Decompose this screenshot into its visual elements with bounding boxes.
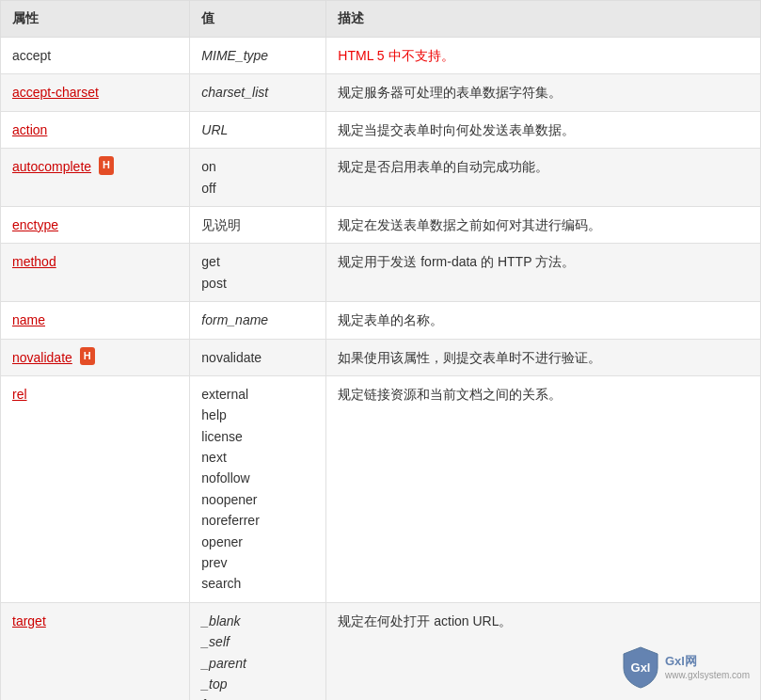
attributes-table: 属性 值 描述 acceptMIME_typeHTML 5 中不支持。accep… — [0, 0, 761, 700]
value-text: MIME_type — [201, 48, 268, 63]
col-header-attr: 属性 — [1, 1, 190, 38]
attr-cell: action — [1, 111, 190, 148]
value-cell: charset_list — [190, 74, 326, 111]
value-text: _blank — [201, 613, 240, 628]
table-row: acceptMIME_typeHTML 5 中不支持。 — [1, 38, 761, 74]
value-text: help — [201, 407, 226, 422]
col-header-desc: 描述 — [326, 1, 761, 38]
watermark-url: www.gxlsystem.com — [665, 670, 750, 680]
html5-badge: H — [80, 347, 95, 366]
value-text: off — [201, 181, 215, 196]
value-text: URL — [201, 122, 228, 137]
attr-cell: method — [1, 244, 190, 302]
attr-cell: accept — [1, 38, 190, 74]
value-text: get — [201, 254, 219, 269]
value-cell: form_name — [190, 302, 326, 339]
svg-text:Gxl: Gxl — [631, 660, 651, 675]
value-text: _top — [201, 676, 227, 692]
desc-cell: 如果使用该属性，则提交表单时不进行验证。 — [326, 339, 761, 375]
attr-cell: name — [1, 302, 190, 339]
value-cell: 见说明 — [190, 206, 326, 243]
table-header-row: 属性 值 描述 — [1, 1, 761, 38]
attr-link[interactable]: autocomplete — [12, 156, 91, 177]
table-row: relexternalhelplicensenextnofollownoopen… — [1, 375, 761, 602]
attr-link[interactable]: name — [12, 310, 45, 330]
attr-text: accept — [12, 45, 51, 66]
value-text: search — [201, 576, 241, 591]
desc-cell: 规定服务器可处理的表单数据字符集。 — [326, 74, 761, 111]
table-row: autocompleteHonoff规定是否启用表单的自动完成功能。 — [1, 149, 761, 207]
watermark-brand: Gxl网 — [665, 654, 750, 670]
value-text: external — [201, 387, 248, 402]
watermark-text-block: Gxl网 www.gxlsystem.com — [665, 654, 750, 680]
value-text: next — [201, 450, 226, 465]
value-text: charset_list — [201, 85, 268, 100]
attr-cell: accept-charset — [1, 74, 190, 111]
desc-cell: 规定在发送表单数据之前如何对其进行编码。 — [326, 206, 761, 243]
desc-cell: 规定表单的名称。 — [326, 302, 761, 339]
watermark-shield-icon: Gxl — [622, 645, 659, 689]
attr-link[interactable]: method — [12, 251, 56, 272]
table-row: nameform_name规定表单的名称。 — [1, 302, 761, 339]
value-text: prev — [201, 555, 227, 570]
attr-cell: rel — [1, 375, 190, 602]
value-text: _parent — [201, 656, 246, 671]
desc-cell: HTML 5 中不支持。 — [326, 38, 761, 74]
attr-link[interactable]: novalidate — [12, 347, 72, 368]
attr-link[interactable]: target — [12, 611, 46, 631]
desc-cell: 规定链接资源和当前文档之间的关系。 — [326, 375, 761, 602]
col-header-value: 值 — [190, 1, 326, 38]
value-cell: _blank_self_parent_topframename — [190, 602, 326, 700]
value-text: opener — [201, 534, 243, 549]
desc-cell: 规定是否启用表单的自动完成功能。 — [326, 149, 761, 207]
attr-cell: novalidateH — [1, 339, 190, 375]
value-text: noreferrer — [201, 513, 259, 528]
attr-cell: enctype — [1, 206, 190, 243]
attr-link[interactable]: rel — [12, 384, 27, 405]
value-text: noopener — [201, 492, 257, 507]
table-row: accept-charsetcharset_list规定服务器可处理的表单数据字… — [1, 74, 761, 111]
value-text: nofollow — [201, 470, 249, 485]
value-cell: onoff — [190, 149, 326, 207]
value-cell: URL — [190, 111, 326, 148]
table-row: novalidateHnovalidate如果使用该属性，则提交表单时不进行验证… — [1, 339, 761, 375]
desc-cell: 规定用于发送 form-data 的 HTTP 方法。 — [326, 244, 761, 302]
value-text: license — [201, 429, 243, 444]
table-row: methodgetpost规定用于发送 form-data 的 HTTP 方法。 — [1, 244, 761, 302]
attr-cell: target — [1, 602, 190, 700]
value-cell: getpost — [190, 244, 326, 302]
value-cell: externalhelplicensenextnofollownoopenern… — [190, 375, 326, 602]
value-cell: MIME_type — [190, 38, 326, 74]
value-text: 见说明 — [201, 217, 241, 232]
table-row: enctype见说明规定在发送表单数据之前如何对其进行编码。 — [1, 206, 761, 243]
attr-cell: autocompleteH — [1, 149, 190, 207]
value-text: novalidate — [201, 350, 262, 365]
value-text: _self — [201, 634, 230, 649]
desc-cell: 规定当提交表单时向何处发送表单数据。 — [326, 111, 761, 148]
watermark: Gxl Gxl网 www.gxlsystem.com — [622, 645, 750, 689]
table-row: actionURL规定当提交表单时向何处发送表单数据。 — [1, 111, 761, 148]
html5-badge: H — [99, 156, 114, 175]
value-cell: novalidate — [190, 339, 326, 375]
attr-link[interactable]: accept-charset — [12, 82, 99, 103]
value-text: post — [201, 276, 226, 291]
value-text: on — [201, 159, 216, 174]
attr-link[interactable]: action — [12, 119, 47, 140]
value-text: form_name — [201, 312, 268, 327]
attr-link[interactable]: enctype — [12, 215, 58, 235]
